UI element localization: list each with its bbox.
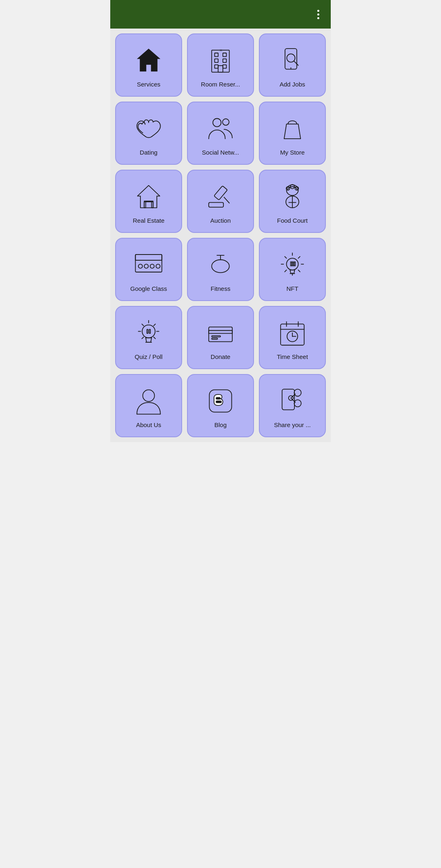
services-label: Services xyxy=(137,81,160,88)
nft-icon xyxy=(276,248,309,281)
svg-point-78 xyxy=(294,400,301,407)
svg-point-29 xyxy=(150,264,154,268)
svg-rect-63 xyxy=(212,336,220,337)
grid-item-real-estate[interactable]: Real Estate xyxy=(115,170,182,233)
svg-text:H: H xyxy=(220,49,222,52)
time-sheet-icon xyxy=(276,317,309,349)
app-grid: Services H Room Reser... Add Jobs Dating xyxy=(110,29,331,442)
donate-icon xyxy=(204,317,237,349)
svg-rect-48 xyxy=(292,261,294,266)
svg-line-56 xyxy=(142,337,143,339)
svg-rect-26 xyxy=(136,254,162,272)
services-icon xyxy=(132,44,165,77)
add-jobs-label: Add Jobs xyxy=(280,81,305,88)
grid-item-nft[interactable]: NFT xyxy=(259,238,326,301)
grid-item-food-court[interactable]: Food Court xyxy=(259,170,326,233)
food-court-icon xyxy=(276,180,309,213)
svg-rect-1 xyxy=(215,53,218,57)
svg-point-33 xyxy=(212,259,229,272)
fitness-label: Fitness xyxy=(211,285,230,292)
google-class-icon xyxy=(132,248,165,281)
grid-item-quiz-poll[interactable]: Quiz / Poll xyxy=(115,306,182,369)
svg-rect-4 xyxy=(223,59,227,62)
svg-rect-47 xyxy=(291,261,292,266)
svg-rect-60 xyxy=(149,329,150,333)
about-us-label: About Us xyxy=(136,421,161,429)
grid-item-social-network[interactable]: Social Netw... xyxy=(187,102,254,165)
app-header xyxy=(110,0,331,29)
grid-item-dating[interactable]: Dating xyxy=(115,102,182,165)
svg-point-27 xyxy=(138,264,143,268)
svg-rect-74 xyxy=(216,397,220,399)
svg-rect-31 xyxy=(136,254,162,260)
svg-line-44 xyxy=(285,270,286,271)
grid-item-add-jobs[interactable]: Add Jobs xyxy=(259,33,326,97)
svg-rect-17 xyxy=(209,202,223,207)
my-store-icon xyxy=(276,112,309,145)
share-label: Share your ... xyxy=(274,421,311,429)
share-icon xyxy=(276,385,309,417)
social-network-icon xyxy=(204,112,237,145)
about-us-icon xyxy=(132,385,165,417)
svg-point-30 xyxy=(156,264,160,268)
dating-icon xyxy=(132,112,165,145)
svg-point-77 xyxy=(294,389,301,396)
svg-point-50 xyxy=(142,325,155,338)
svg-point-13 xyxy=(213,118,221,126)
auction-label: Auction xyxy=(210,217,231,224)
grid-item-services[interactable]: Services xyxy=(115,33,182,97)
grid-item-about-us[interactable]: About Us xyxy=(115,374,182,437)
quiz-poll-icon xyxy=(132,317,165,349)
quiz-poll-label: Quiz / Poll xyxy=(135,353,163,361)
blog-icon xyxy=(204,385,237,417)
svg-rect-7 xyxy=(218,65,223,72)
svg-line-57 xyxy=(154,337,155,339)
svg-rect-2 xyxy=(223,53,227,57)
room-reservation-label: Room Reser... xyxy=(201,81,240,88)
grid-item-room-reservation[interactable]: H Room Reser... xyxy=(187,33,254,97)
svg-point-28 xyxy=(144,264,148,268)
svg-line-11 xyxy=(294,61,298,65)
grid-item-blog[interactable]: Blog xyxy=(187,374,254,437)
svg-line-55 xyxy=(154,324,155,326)
svg-line-45 xyxy=(298,270,300,271)
more-options-button[interactable] xyxy=(314,7,323,22)
donate-label: Donate xyxy=(211,353,230,361)
blog-label: Blog xyxy=(214,421,227,429)
svg-line-58 xyxy=(142,324,143,326)
grid-item-auction[interactable]: Auction xyxy=(187,170,254,233)
fitness-icon xyxy=(204,248,237,281)
svg-line-18 xyxy=(224,197,229,203)
svg-rect-75 xyxy=(216,401,221,403)
svg-line-46 xyxy=(285,256,286,258)
real-estate-label: Real Estate xyxy=(133,217,165,224)
add-jobs-icon xyxy=(276,44,309,77)
dating-label: Dating xyxy=(140,149,157,156)
svg-rect-5 xyxy=(215,64,218,68)
grid-item-donate[interactable]: Donate xyxy=(187,306,254,369)
svg-rect-16 xyxy=(214,186,227,200)
svg-point-14 xyxy=(223,119,229,125)
grid-item-share[interactable]: Share your ... xyxy=(259,374,326,437)
food-court-label: Food Court xyxy=(277,217,307,224)
svg-rect-49 xyxy=(294,261,295,266)
svg-line-43 xyxy=(298,256,300,258)
grid-item-google-class[interactable]: Google Class xyxy=(115,238,182,301)
auction-icon xyxy=(204,180,237,213)
svg-point-72 xyxy=(143,390,155,401)
svg-rect-62 xyxy=(209,330,232,333)
grid-item-time-sheet[interactable]: Time Sheet xyxy=(259,306,326,369)
svg-rect-59 xyxy=(147,329,148,333)
time-sheet-label: Time Sheet xyxy=(277,353,308,361)
my-store-label: My Store xyxy=(280,149,305,156)
svg-rect-64 xyxy=(212,338,217,339)
svg-rect-3 xyxy=(215,59,218,62)
svg-rect-6 xyxy=(223,64,227,68)
room-reservation-icon: H xyxy=(204,44,237,77)
social-network-label: Social Netw... xyxy=(202,149,239,156)
google-class-label: Google Class xyxy=(130,285,167,292)
grid-item-my-store[interactable]: My Store xyxy=(259,102,326,165)
real-estate-icon xyxy=(132,180,165,213)
nft-label: NFT xyxy=(286,285,298,292)
grid-item-fitness[interactable]: Fitness xyxy=(187,238,254,301)
